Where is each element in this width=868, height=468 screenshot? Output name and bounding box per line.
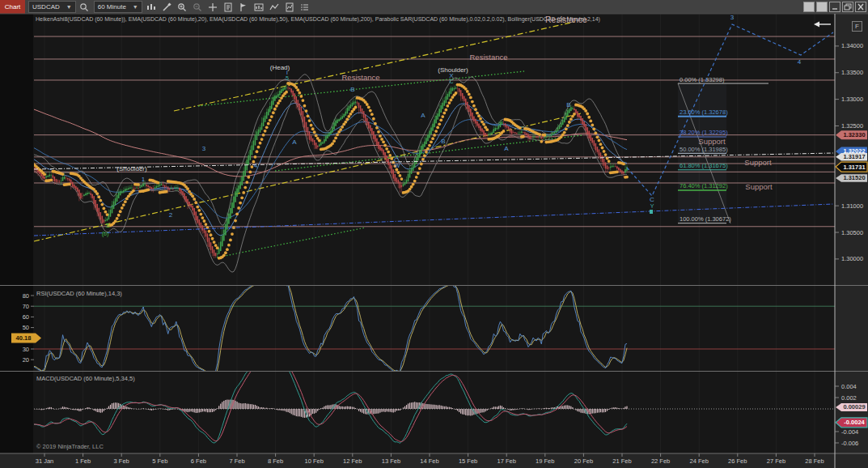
svg-text:26 Feb: 26 Feb xyxy=(728,457,747,465)
svg-text:4: 4 xyxy=(798,58,802,66)
svg-text:1.33000: 1.33000 xyxy=(841,96,863,103)
svg-text:12 Feb: 12 Feb xyxy=(343,457,362,465)
svg-text:31 Jan: 31 Jan xyxy=(36,457,54,465)
svg-text:-0.006: -0.006 xyxy=(841,440,858,447)
svg-text:B: B xyxy=(566,101,570,108)
svg-text:1.32330: 1.32330 xyxy=(843,131,865,138)
svg-text:W: W xyxy=(395,163,400,168)
svg-text:17 Feb: 17 Feb xyxy=(498,457,516,465)
svg-text:50.00% (1.31985): 50.00% (1.31985) xyxy=(680,146,728,153)
svg-text:Y: Y xyxy=(650,203,654,209)
svg-text:60: 60 xyxy=(23,313,29,321)
svg-text:4: 4 xyxy=(254,162,258,169)
svg-text:1.32500: 1.32500 xyxy=(841,122,863,130)
svg-text:5 Feb: 5 Feb xyxy=(152,457,167,465)
svg-text:21 Feb: 21 Feb xyxy=(612,457,631,465)
svg-text:0.004: 0.004 xyxy=(841,383,857,390)
ninjatrader-chart-window: Chart USDCAD ▼ 60 Minute ▼ 0.00% (1.3329… xyxy=(0,0,868,468)
svg-text:40.18: 40.18 xyxy=(16,334,32,342)
svg-text:-0.0024: -0.0024 xyxy=(844,419,865,426)
svg-text:3: 3 xyxy=(730,14,735,21)
main-indicator-label: HeikenAshi8(USDCAD (60 Minute)), EMA(USD… xyxy=(36,16,600,22)
svg-text:B: B xyxy=(350,86,354,93)
svg-text:5: 5 xyxy=(106,222,110,229)
svg-text:50: 50 xyxy=(23,324,29,331)
svg-text:C: C xyxy=(449,79,453,84)
svg-text:1.31917: 1.31917 xyxy=(843,153,865,160)
svg-text:C: C xyxy=(650,196,654,203)
svg-text:14 Feb: 14 Feb xyxy=(420,457,438,465)
svg-text:10 Feb: 10 Feb xyxy=(305,457,324,465)
svg-text:76.40% (1.31292): 76.40% (1.31292) xyxy=(680,182,728,189)
svg-text:1.33500: 1.33500 xyxy=(841,69,863,76)
svg-text:3 Feb: 3 Feb xyxy=(114,457,129,465)
svg-text:19 Feb: 19 Feb xyxy=(536,457,554,465)
svg-text:30: 30 xyxy=(23,346,29,353)
svg-text:Resistance: Resistance xyxy=(470,53,508,62)
svg-text:24 Feb: 24 Feb xyxy=(690,457,709,465)
svg-text:(b): (b) xyxy=(102,231,109,237)
svg-text:7 Feb: 7 Feb xyxy=(229,457,244,465)
svg-text:100.00% (1.30672): 100.00% (1.30672) xyxy=(680,215,731,223)
svg-text:28 Feb: 28 Feb xyxy=(805,457,824,465)
svg-text:8 Feb: 8 Feb xyxy=(268,457,283,465)
svg-text:1.30000: 1.30000 xyxy=(841,255,863,262)
svg-text:A: A xyxy=(292,138,297,146)
svg-text:6 Feb: 6 Feb xyxy=(191,457,206,465)
svg-text:1.31520: 1.31520 xyxy=(843,174,865,181)
svg-text:1.34000: 1.34000 xyxy=(841,42,863,49)
svg-text:20: 20 xyxy=(23,356,29,364)
svg-text:70: 70 xyxy=(23,303,29,310)
chart-canvas[interactable]: 0.00% (1.33298)23.60% (1.32678)38.20% (1… xyxy=(0,0,868,468)
svg-text:13 Feb: 13 Feb xyxy=(382,457,400,465)
svg-text:0.00% (1.33298): 0.00% (1.33298) xyxy=(680,76,725,83)
svg-text:(Shoulder): (Shoulder) xyxy=(116,165,147,172)
svg-text:5: 5 xyxy=(286,75,289,81)
svg-text:A: A xyxy=(421,112,426,119)
svg-text:80: 80 xyxy=(23,292,29,300)
svg-text:1 Feb: 1 Feb xyxy=(75,457,91,465)
svg-text:Support: Support xyxy=(698,137,726,146)
svg-text:B: B xyxy=(441,138,445,145)
rsi-indicator-label: RSI(USDCAD (60 Minute),14,3) xyxy=(36,290,122,297)
svg-text:Support: Support xyxy=(745,182,773,191)
svg-text:23.60% (1.32678): 23.60% (1.32678) xyxy=(680,108,728,116)
svg-text:22 Feb: 22 Feb xyxy=(651,457,670,465)
svg-text:1: 1 xyxy=(142,176,146,183)
svg-text:2: 2 xyxy=(169,211,173,219)
svg-text:Support: Support xyxy=(744,158,772,167)
svg-text:A: A xyxy=(504,145,509,152)
left-margin xyxy=(0,14,33,453)
wave-marker xyxy=(650,210,653,214)
macd-indicator-label: MACD(USDCAD (60 Minute),5,34,5) xyxy=(36,375,135,382)
svg-text:-0.004: -0.004 xyxy=(841,428,858,436)
svg-text:15 Feb: 15 Feb xyxy=(459,457,477,465)
svg-text:61.80% (1.31675): 61.80% (1.31675) xyxy=(680,162,728,169)
svg-text:3: 3 xyxy=(202,145,206,152)
svg-text:Resistance: Resistance xyxy=(342,73,380,82)
copyright-label: © 2019 NinjaTrader, LLC xyxy=(36,443,104,450)
svg-text:0.00029: 0.00029 xyxy=(843,403,865,411)
svg-text:20 Feb: 20 Feb xyxy=(574,457,593,465)
svg-text:0.002: 0.002 xyxy=(841,394,857,402)
svg-text:1.30500: 1.30500 xyxy=(841,229,863,236)
svg-text:38.20% (1.32295): 38.20% (1.32295) xyxy=(680,129,728,136)
focus-button[interactable]: F xyxy=(852,21,862,32)
svg-text:27 Feb: 27 Feb xyxy=(767,457,785,465)
svg-text:1.31000: 1.31000 xyxy=(841,202,863,210)
svg-text:1.31731: 1.31731 xyxy=(843,164,865,171)
